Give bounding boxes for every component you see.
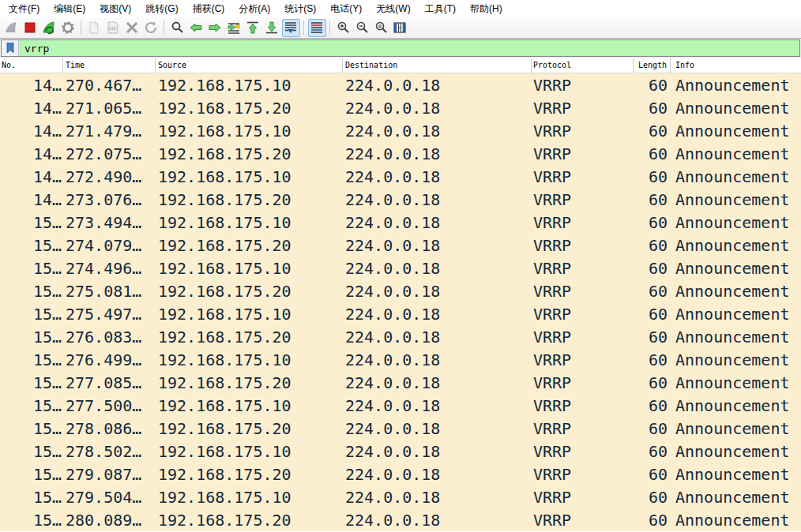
- menu-item[interactable]: 统计(S): [277, 0, 323, 18]
- cell-source: 192.168.175.20: [156, 190, 343, 209]
- menu-item[interactable]: 工具(T): [418, 0, 463, 18]
- menu-item[interactable]: 分析(A): [231, 0, 277, 18]
- reload-file-icon: [142, 19, 160, 37]
- column-header-destination[interactable]: Destination: [343, 58, 532, 73]
- column-header-info[interactable]: Info: [671, 58, 801, 73]
- packet-row[interactable]: 15… 274.079… 192.168.175.20 224.0.0.18 V…: [0, 234, 801, 257]
- cell-info: Announcement: [671, 396, 801, 415]
- cell-source: 192.168.175.20: [156, 144, 343, 163]
- cell-length: 60: [634, 350, 671, 369]
- packet-row[interactable]: 15… 273.494… 192.168.175.10 224.0.0.18 V…: [0, 211, 801, 234]
- filter-value[interactable]: vrrp: [19, 43, 49, 54]
- go-back-icon[interactable]: [187, 19, 205, 37]
- packet-row[interactable]: 14… 273.076… 192.168.175.20 224.0.0.18 V…: [0, 188, 801, 211]
- packet-row[interactable]: 14… 272.490… 192.168.175.10 224.0.0.18 V…: [0, 165, 801, 188]
- main-toolbar: 010: [0, 17, 801, 39]
- cell-protocol: VRRP: [532, 442, 634, 461]
- restart-capture-icon[interactable]: [40, 19, 58, 37]
- packet-row[interactable]: 15… 275.081… 192.168.175.20 224.0.0.18 V…: [0, 279, 801, 302]
- cell-time: 271.479…: [63, 122, 156, 140]
- go-to-packet-icon[interactable]: [225, 19, 243, 37]
- capture-options-gear-icon[interactable]: [59, 19, 77, 37]
- cell-time: 274.496…: [63, 259, 156, 278]
- packet-row[interactable]: 15… 278.086… 192.168.175.20 224.0.0.18 V…: [0, 417, 801, 440]
- packet-row[interactable]: 15… 278.502… 192.168.175.10 224.0.0.18 V…: [0, 440, 801, 463]
- column-header-protocol[interactable]: Protocol: [532, 58, 634, 73]
- cell-no: 15…: [0, 442, 63, 461]
- go-first-packet-icon[interactable]: [244, 19, 262, 37]
- resize-columns-icon[interactable]: [391, 19, 409, 37]
- cell-no: 14…: [0, 99, 63, 118]
- cell-destination: 224.0.0.18: [343, 190, 532, 209]
- cell-source: 192.168.175.10: [156, 122, 343, 140]
- go-last-packet-icon[interactable]: [263, 19, 281, 37]
- column-header-length[interactable]: Length: [634, 58, 671, 73]
- packet-row[interactable]: 15… 279.087… 192.168.175.20 224.0.0.18 V…: [0, 463, 801, 485]
- menu-item[interactable]: 跳转(G): [138, 0, 185, 18]
- packet-row[interactable]: 15… 274.496… 192.168.175.10 224.0.0.18 V…: [0, 257, 801, 279]
- column-header-time[interactable]: Time: [63, 58, 156, 73]
- packet-row[interactable]: 15… 275.497… 192.168.175.10 224.0.0.18 V…: [0, 302, 801, 325]
- cell-no: 15…: [0, 328, 63, 347]
- packet-row[interactable]: 15… 280.089… 192.168.175.20 224.0.0.18 V…: [0, 508, 801, 531]
- cell-info: Announcement: [671, 99, 801, 118]
- cell-destination: 224.0.0.18: [343, 122, 532, 140]
- packet-row[interactable]: 14… 272.075… 192.168.175.20 224.0.0.18 V…: [0, 142, 801, 165]
- cell-no: 15…: [0, 396, 63, 415]
- packet-row[interactable]: 14… 271.479… 192.168.175.10 224.0.0.18 V…: [0, 119, 801, 142]
- cell-protocol: VRRP: [532, 305, 634, 324]
- menu-item[interactable]: 视图(V): [92, 0, 138, 18]
- menu-item[interactable]: 无线(W): [369, 0, 417, 18]
- packet-row[interactable]: 14… 270.467… 192.168.175.10 224.0.0.18 V…: [0, 73, 801, 96]
- cell-protocol: VRRP: [532, 282, 634, 301]
- packet-row[interactable]: 15… 279.504… 192.168.175.10 224.0.0.18 V…: [0, 485, 801, 508]
- packet-row[interactable]: 15… 277.085… 192.168.175.20 224.0.0.18 V…: [0, 371, 801, 394]
- column-header-source[interactable]: Source: [156, 58, 343, 73]
- cell-no: 15…: [0, 511, 63, 530]
- cell-info: Announcement: [671, 144, 801, 163]
- cell-source: 192.168.175.10: [156, 76, 343, 95]
- colorize-icon[interactable]: [308, 19, 326, 37]
- packet-row[interactable]: 14… 271.065… 192.168.175.20 224.0.0.18 V…: [0, 96, 801, 119]
- cell-protocol: VRRP: [532, 144, 634, 163]
- cell-no: 14…: [0, 167, 63, 186]
- cell-no: 15…: [0, 465, 63, 484]
- menu-item[interactable]: 帮助(H): [463, 0, 510, 18]
- cell-destination: 224.0.0.18: [343, 99, 532, 118]
- cell-time: 271.065…: [63, 99, 156, 118]
- packet-row[interactable]: 15… 276.083… 192.168.175.20 224.0.0.18 V…: [0, 325, 801, 348]
- filter-bookmark-button[interactable]: [2, 40, 19, 56]
- cell-protocol: VRRP: [532, 213, 634, 232]
- cell-destination: 224.0.0.18: [343, 213, 532, 232]
- menu-item[interactable]: 文件(F): [2, 0, 47, 18]
- cell-no: 15…: [0, 213, 63, 232]
- menu-item[interactable]: 编辑(E): [47, 0, 92, 18]
- display-filter-input[interactable]: vrrp: [1, 39, 800, 57]
- cell-source: 192.168.175.10: [156, 488, 343, 507]
- zoom-normal-icon[interactable]: [372, 19, 390, 37]
- zoom-in-icon[interactable]: [334, 19, 352, 37]
- cell-no: 15…: [0, 282, 63, 301]
- menu-item[interactable]: 捕获(C): [186, 0, 232, 18]
- find-packet-icon[interactable]: [168, 19, 186, 37]
- cell-source: 192.168.175.20: [156, 328, 343, 347]
- packet-row[interactable]: 15… 276.499… 192.168.175.10 224.0.0.18 V…: [0, 348, 801, 371]
- packet-row[interactable]: 15… 277.500… 192.168.175.10 224.0.0.18 V…: [0, 394, 801, 417]
- cell-protocol: VRRP: [532, 350, 634, 369]
- start-capture-fin-icon[interactable]: [2, 19, 21, 37]
- cell-time: 273.494…: [63, 213, 156, 232]
- cell-destination: 224.0.0.18: [343, 465, 532, 484]
- auto-scroll-icon[interactable]: [282, 19, 300, 37]
- cell-no: 15…: [0, 350, 63, 369]
- cell-source: 192.168.175.20: [156, 465, 343, 484]
- column-header-no[interactable]: No.: [0, 58, 63, 73]
- cell-source: 192.168.175.10: [156, 167, 343, 186]
- close-file-icon: [123, 19, 141, 37]
- packet-list: 14… 270.467… 192.168.175.10 224.0.0.18 V…: [0, 73, 801, 531]
- menu-item[interactable]: 电话(Y): [323, 0, 369, 18]
- zoom-out-icon[interactable]: [353, 19, 371, 37]
- cell-protocol: VRRP: [532, 511, 634, 530]
- stop-capture-icon[interactable]: [21, 19, 39, 37]
- cell-time: 277.500…: [63, 396, 156, 415]
- go-forward-icon[interactable]: [206, 19, 224, 37]
